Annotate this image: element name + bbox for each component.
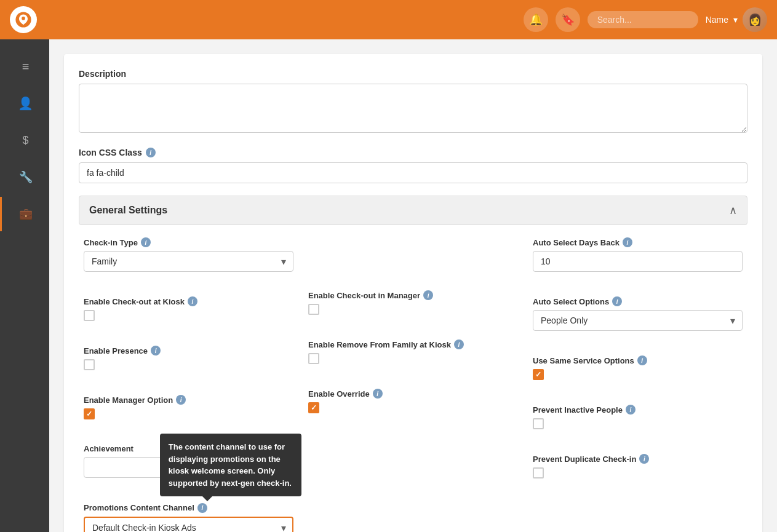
auto-select-options-group: Auto Select Options i People Only All No…: [533, 296, 743, 331]
bookmark-button[interactable]: 🔖: [556, 7, 580, 32]
auto-select-options-label: Auto Select Options i: [533, 296, 743, 306]
checkin-type-select[interactable]: Family Individual People Only: [84, 251, 293, 272]
sidebar-item-notes[interactable]: ≡: [0, 49, 49, 84]
prevent-duplicate-checkbox[interactable]: [533, 467, 544, 478]
sidebar-item-briefcase[interactable]: 💼: [0, 197, 49, 231]
prevent-duplicate-label: Prevent Duplicate Check-in i: [533, 454, 743, 464]
prevent-inactive-checkbox[interactable]: [533, 418, 544, 429]
auto-select-days-info-icon[interactable]: i: [623, 237, 632, 247]
navbar-logo[interactable]: [10, 6, 37, 33]
person-icon: 👤: [18, 96, 33, 111]
prevent-duplicate-info-icon[interactable]: i: [639, 454, 649, 464]
auto-select-days-input[interactable]: [533, 251, 743, 272]
enable-override-group: Enable Override i: [308, 389, 518, 413]
navbar-dropdown-icon: ▾: [733, 15, 738, 25]
dollar-icon: $: [22, 134, 28, 147]
checkin-type-info-icon[interactable]: i: [141, 237, 151, 247]
wrench-icon: 🔧: [19, 170, 33, 184]
spacer-col2: [308, 237, 518, 278]
auto-select-options-select[interactable]: People Only All None: [533, 310, 743, 331]
auto-select-days-group: Auto Select Days Back i: [533, 237, 743, 272]
enable-presence-checkbox-wrapper: [84, 359, 293, 370]
briefcase-icon: 💼: [19, 207, 33, 221]
prevent-inactive-info-icon[interactable]: i: [626, 405, 636, 415]
checkout-kiosk-label: Enable Check-out at Kiosk i: [84, 296, 293, 306]
notes-icon: ≡: [22, 60, 30, 74]
remove-family-group: Enable Remove From Family at Kiosk i: [308, 339, 518, 364]
enable-override-checkbox-wrapper: [308, 402, 518, 413]
manager-option-info-icon[interactable]: i: [176, 395, 186, 405]
enable-override-label: Enable Override i: [308, 389, 518, 399]
promotions-channel-select-wrapper: Default Check-in Kiosk Ads None: [84, 517, 293, 533]
navbar-user[interactable]: Name ▾ 👩: [706, 7, 767, 32]
checkout-manager-group: Enable Check-out in Manager i: [308, 290, 518, 315]
achievement-label: Achievement: [84, 444, 293, 453]
content-card: Description Icon CSS Class i General Set…: [64, 54, 762, 532]
auto-select-days-label: Auto Select Days Back i: [533, 237, 743, 247]
icon-css-class-info-icon[interactable]: i: [146, 148, 156, 157]
icon-css-class-group: Icon CSS Class i: [79, 148, 747, 183]
sidebar-item-dollar[interactable]: $: [0, 123, 49, 157]
promotions-tooltip-container: i The content channel to use for display…: [197, 502, 207, 513]
sidebar: ≡ 👤 $ 🔧 💼: [0, 39, 49, 532]
icon-css-class-label: Icon CSS Class i: [79, 148, 747, 157]
manager-option-label: Enable Manager Option i: [84, 395, 293, 405]
enable-presence-label: Enable Presence i: [84, 346, 293, 355]
settings-col-3: Auto Select Days Back i Auto Select Opti…: [533, 237, 743, 532]
description-textarea[interactable]: [79, 84, 747, 133]
checkout-kiosk-group: Enable Check-out at Kiosk i: [84, 296, 293, 321]
same-service-checkbox[interactable]: [533, 369, 544, 380]
manager-option-group: Enable Manager Option i: [84, 395, 293, 419]
avatar: 👩: [743, 7, 767, 32]
promotions-channel-select[interactable]: Default Check-in Kiosk Ads None: [84, 517, 293, 533]
same-service-info-icon[interactable]: i: [637, 355, 647, 365]
remove-family-label: Enable Remove From Family at Kiosk i: [308, 339, 518, 349]
enable-presence-checkbox[interactable]: [84, 359, 95, 370]
checkout-manager-checkbox-wrapper: [308, 304, 518, 315]
auto-select-options-select-wrapper: People Only All None: [533, 310, 743, 331]
auto-select-options-info-icon[interactable]: i: [612, 296, 622, 306]
general-settings-header[interactable]: General Settings ∧: [79, 196, 747, 225]
manager-option-checkbox[interactable]: [84, 408, 95, 419]
search-input[interactable]: [588, 11, 698, 28]
achievement-input[interactable]: [84, 457, 293, 478]
navbar-icons: 🔔 🔖 Name ▾ 👩: [524, 7, 767, 32]
description-group: Description: [79, 69, 747, 135]
checkout-kiosk-info-icon[interactable]: i: [188, 296, 197, 306]
promotions-channel-label: Promotions Content Channel i The content…: [84, 502, 293, 513]
checkin-type-group: Check-in Type i Family Individual People…: [84, 237, 293, 272]
enable-presence-info-icon[interactable]: i: [151, 346, 161, 355]
notification-button[interactable]: 🔔: [524, 7, 548, 32]
remove-family-info-icon[interactable]: i: [454, 339, 464, 349]
prevent-duplicate-checkbox-wrapper: [533, 467, 743, 478]
remove-family-checkbox[interactable]: [308, 353, 319, 364]
promotions-channel-group: Promotions Content Channel i The content…: [84, 502, 293, 532]
main-content: Description Icon CSS Class i General Set…: [49, 39, 777, 532]
checkout-kiosk-checkbox[interactable]: [84, 310, 95, 321]
description-label: Description: [79, 69, 747, 79]
sidebar-item-wrench[interactable]: 🔧: [0, 160, 49, 194]
prevent-duplicate-group: Prevent Duplicate Check-in i: [533, 454, 743, 478]
sidebar-item-person[interactable]: 👤: [0, 86, 49, 121]
checkout-manager-checkbox[interactable]: [308, 304, 319, 315]
enable-override-info-icon[interactable]: i: [373, 389, 383, 399]
promotions-channel-info-icon[interactable]: i: [197, 503, 207, 513]
checkout-kiosk-checkbox-wrapper: [84, 310, 293, 321]
icon-css-class-input[interactable]: [79, 162, 747, 183]
avatar-image: 👩: [743, 7, 767, 32]
checkin-type-select-wrapper: Family Individual People Only: [84, 251, 293, 272]
settings-col-2: Enable Check-out in Manager i Enable Rem…: [308, 237, 518, 532]
achievement-group: Achievement: [84, 444, 293, 478]
enable-override-checkbox[interactable]: [308, 402, 319, 413]
prevent-inactive-checkbox-wrapper: [533, 418, 743, 429]
prevent-inactive-label: Prevent Inactive People i: [533, 405, 743, 415]
general-settings-title: General Settings: [89, 205, 167, 216]
checkout-manager-label: Enable Check-out in Manager i: [308, 290, 518, 300]
navbar: 🔔 🔖 Name ▾ 👩: [0, 0, 777, 39]
same-service-label: Use Same Service Options i: [533, 355, 743, 365]
checkout-manager-info-icon[interactable]: i: [423, 290, 433, 300]
same-service-group: Use Same Service Options i: [533, 355, 743, 380]
section-collapse-icon: ∧: [729, 204, 737, 217]
settings-grid: Check-in Type i Family Individual People…: [79, 237, 747, 532]
prevent-inactive-group: Prevent Inactive People i: [533, 405, 743, 429]
